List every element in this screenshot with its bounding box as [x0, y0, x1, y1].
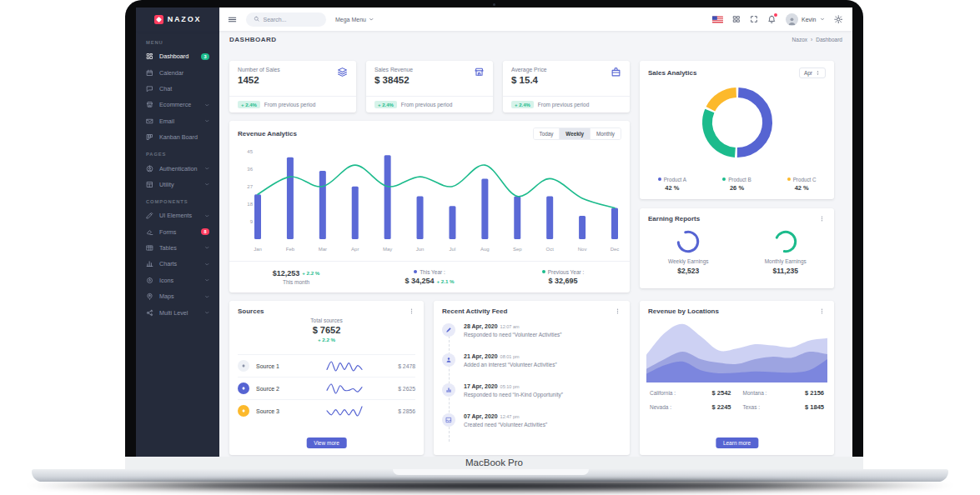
user-menu[interactable]: Kevin — [786, 13, 825, 26]
notifications-button[interactable] — [767, 15, 776, 24]
sidebar-item-label: Charts — [159, 260, 204, 268]
sidebar-item-icons[interactable]: Icons — [136, 272, 219, 288]
card-title: Recent Activity Feed — [442, 308, 507, 315]
svg-text:9: 9 — [250, 219, 254, 224]
previous-year-stat: Previous Year : $ 32,695 — [496, 262, 630, 292]
activity-icon-wrap — [442, 323, 455, 337]
kebab-menu-icon[interactable] — [818, 215, 826, 222]
menu-toggle-button[interactable] — [228, 15, 237, 24]
kanban-icon — [146, 133, 153, 141]
kebab-menu-icon[interactable] — [614, 308, 621, 315]
mail-icon — [146, 118, 153, 125]
range-button-weekly[interactable]: Weekly — [559, 128, 590, 139]
activity-icon-wrap — [442, 353, 455, 367]
mega-menu-button[interactable]: Mega Menu — [335, 17, 374, 22]
chart-icon — [146, 260, 153, 268]
laptop-chin: MacBook Pro — [125, 457, 863, 469]
settings-button[interactable] — [834, 15, 843, 24]
sidebar-item-label: Maps — [159, 292, 204, 300]
learn-more-button[interactable]: Learn more — [716, 438, 758, 448]
svg-text:18: 18 — [247, 202, 253, 207]
sidebar-item-ecommerce[interactable]: Ecommerce — [136, 97, 219, 112]
source-value: $ 2856 — [398, 408, 415, 414]
sidebar-item-forms[interactable]: Forms8 — [136, 224, 219, 240]
this-year-stat: This Year : $ 34,254+ 2.1 % — [363, 262, 496, 292]
search-input[interactable]: Search... — [246, 12, 326, 27]
chevron-down-icon — [204, 182, 210, 188]
sidebar-item-utility[interactable]: Utility — [136, 177, 219, 192]
store-icon — [474, 67, 485, 78]
dashboard-screen: NAZOX Search... Mega Menu Kevin MENUDash… — [136, 8, 852, 457]
activity-icon-wrap — [442, 413, 455, 427]
earning-label: Monthly Earnings — [765, 258, 807, 264]
legend-item-product-a[interactable]: Product A42 % — [640, 177, 705, 192]
stat-title: Number of Sales — [238, 67, 280, 72]
search-icon — [254, 16, 260, 22]
sidebar-item-email[interactable]: Email — [136, 113, 219, 129]
map-pin-icon — [146, 292, 153, 300]
svg-text:Oct: Oct — [546, 247, 555, 252]
earning-monthly-earnings: Monthly Earnings$11,235 — [737, 229, 835, 275]
stat-title: Average Price — [511, 67, 547, 72]
dashboard-icon — [146, 52, 153, 60]
sidebar-item-tables[interactable]: Tables — [136, 240, 219, 256]
sidebar-item-label: Authentication — [159, 165, 204, 172]
macbook-mockup: NAZOX Search... Mega Menu Kevin MENUDash… — [0, 0, 980, 495]
revenue-analytics-card: Revenue Analytics TodayWeeklyMonthly 918… — [229, 121, 630, 292]
earning-label: Weekly Earnings — [668, 258, 709, 264]
kebab-menu-icon[interactable] — [408, 308, 415, 315]
sidebar-item-multi-level[interactable]: Multi Level — [136, 304, 219, 320]
svg-text:Jan: Jan — [254, 247, 262, 252]
sidebar-item-label: Utility — [159, 181, 204, 188]
gear-icon — [834, 15, 843, 24]
sidebar-item-calendar[interactable]: Calendar — [136, 64, 219, 80]
calendar-icon — [146, 69, 153, 77]
sidebar-item-ui-elements[interactable]: UI Elements — [136, 208, 219, 223]
card-title: Revenue Analytics — [238, 130, 297, 138]
inbox-icon — [445, 417, 452, 423]
stat-value: $ 38452 — [374, 75, 413, 85]
svg-text:36: 36 — [247, 167, 253, 172]
sidebar-item-label: Email — [159, 118, 204, 125]
stat-card-average-price: Average Price$ 15.4+ 2.4%From previous p… — [503, 61, 630, 112]
source-value: $ 2625 — [398, 386, 415, 392]
source-sparkline — [291, 404, 398, 418]
sidebar-item-maps[interactable]: Maps — [136, 288, 219, 304]
chevron-down-icon — [204, 278, 210, 283]
sidebar-item-charts[interactable]: Charts — [136, 256, 219, 272]
legend-value: 26 % — [705, 184, 770, 192]
source-avatar — [238, 405, 249, 417]
sidebar-item-authentication[interactable]: Authentication — [136, 160, 219, 176]
sidebar-item-label: Multi Level — [159, 309, 204, 317]
bar-chart-icon — [445, 387, 452, 393]
app-logo[interactable]: NAZOX — [136, 8, 219, 31]
svg-text:Apr: Apr — [351, 247, 359, 252]
apps-grid-button[interactable] — [732, 15, 741, 23]
sidebar-item-chat[interactable]: Chat — [136, 81, 219, 97]
user-name: Kevin — [802, 17, 817, 22]
source-row-source-2: Source 2$ 2625 — [238, 377, 415, 399]
pencil-icon — [445, 327, 452, 333]
webcam-dot — [493, 3, 495, 6]
legend-item-product-c[interactable]: Product C42 % — [769, 177, 834, 192]
fullscreen-button[interactable] — [750, 15, 758, 23]
notification-dot — [774, 13, 777, 17]
sidebar-item-dashboard[interactable]: Dashboard3 — [136, 48, 219, 64]
kebab-menu-icon[interactable] — [818, 308, 826, 315]
range-button-monthly[interactable]: Monthly — [590, 128, 621, 139]
sidebar-item-kanban-board[interactable]: Kanban Board — [136, 129, 219, 145]
view-more-button[interactable]: View more — [306, 438, 347, 448]
share-icon — [146, 309, 153, 317]
brush-icon — [146, 277, 153, 284]
sort-arrows-icon — [815, 70, 821, 76]
location-stat-nevada-: Nevada :$ 2245 — [650, 403, 731, 411]
chevron-down-icon — [204, 102, 210, 108]
sales-donut-chart — [697, 82, 777, 162]
period-select[interactable]: Apr — [799, 68, 826, 78]
kebab-menu-icon — [818, 308, 826, 315]
breadcrumb-root[interactable]: Nazox — [792, 37, 807, 42]
card-title: Sales Analytics — [648, 69, 696, 77]
legend-item-product-b[interactable]: Product B26 % — [705, 177, 770, 192]
range-button-today[interactable]: Today — [534, 128, 560, 139]
language-flag-button[interactable] — [712, 16, 723, 23]
